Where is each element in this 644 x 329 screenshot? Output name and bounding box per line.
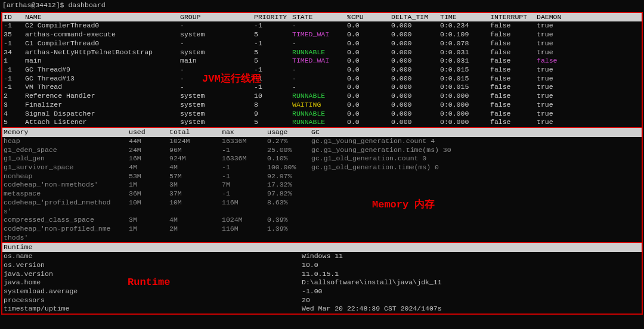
thread-row: 35arthas-command-executesystem5TIMED_WAI… — [2, 30, 642, 39]
col-priority: PRIORITY — [254, 13, 292, 22]
mcol-max: max — [222, 128, 267, 137]
runtime-row: os.nameWindows 11 — [2, 252, 642, 261]
mcol-usage: usage — [267, 128, 311, 137]
thread-row: 2Reference Handlersystem10RUNNABLE0.00.0… — [2, 92, 642, 101]
col-interrupt: INTERRUPT — [490, 13, 537, 22]
thread-row: 4Signal Dispatchersystem9RUNNABLE0.00.00… — [2, 110, 642, 119]
thread-row: 5Attach Listenersystem5RUNNABLE0.00.0000… — [2, 118, 642, 127]
runtime-row: java.version11.0.15.1 — [2, 270, 642, 279]
thread-row: -1GC Thread#13--1-0.00.0000:0.015falsetr… — [2, 75, 642, 83]
memory-row: s' — [2, 207, 642, 216]
threads-header-row: ID NAME GROUP PRIORITY STATE %CPU DELTA_… — [2, 13, 642, 22]
memory-row: compressed_class_space3M4M1024M0.39% — [2, 216, 642, 225]
thread-row: -1C2 CompilerThread0--1-0.00.0000:0.234f… — [2, 21, 642, 30]
mcol-used: used — [129, 128, 169, 137]
thread-row: -1VM Thread--1-0.00.0000:0.015falsetrue — [2, 83, 642, 92]
memory-row: nonheap53M57M-192.97% — [2, 172, 642, 181]
command-line[interactable]: [arthas@34412]$ dashboard — [0, 0, 644, 11]
col-time: TIME — [440, 13, 490, 22]
thread-row: -1GC Thread#9--1-0.00.0000:0.015falsetru… — [2, 66, 642, 75]
runtime-row: processors20 — [2, 296, 642, 305]
memory-row: heap44M1024M16336M0.27%gc.g1_young_gener… — [2, 137, 642, 146]
thread-row: 34arthas-NettyHttpTelnetBootstrapsystem5… — [2, 48, 642, 57]
memory-row: g1_old_gen16M924M16336M0.10%gc.g1_old_ge… — [2, 154, 642, 163]
col-delta: DELTA_TIM — [391, 13, 440, 22]
memory-row: g1_survivor_space4M4M-1100.00%gc.g1_old_… — [2, 163, 642, 172]
col-cpu: %CPU — [347, 13, 391, 22]
col-name: NAME — [25, 13, 180, 22]
runtime-panel: Runtime os.nameWindows 11os.version10.0j… — [1, 242, 643, 315]
mcol-name: Memory — [4, 128, 129, 137]
memory-row: codeheap_'non-profiled_nme1M2M116M1.39% — [2, 225, 642, 234]
col-group: GROUP — [180, 13, 254, 22]
memory-row: thods' — [2, 234, 642, 243]
col-state: STATE — [292, 13, 347, 22]
runtime-row: timestamp/uptimeWed Mar 20 22:48:39 CST … — [2, 305, 642, 314]
runtime-row: java.homeD:\allsoftware\install\java\jdk… — [2, 278, 642, 287]
memory-header-row: Memory used total max usage GC — [2, 128, 642, 137]
col-daemon: DAEMON — [537, 13, 572, 22]
memory-row: metaspace36M37M-197.82% — [2, 190, 642, 198]
runtime-row: os.version10.0 — [2, 261, 642, 270]
thread-row: 3Finalizersystem8WAITING0.00.0000:0.000f… — [2, 101, 642, 110]
mcol-total: total — [169, 128, 222, 137]
col-id: ID — [4, 13, 25, 22]
memory-panel: Memory used total max usage GC heap44M10… — [1, 127, 643, 242]
thread-row: -1C1 CompilerThread0--1-0.00.0000:0.078f… — [2, 39, 642, 48]
thread-row: 1mainmain5TIMED_WAI0.00.0000:0.031falsef… — [2, 57, 642, 66]
runtime-header: Runtime — [2, 243, 642, 252]
memory-row: codeheap_'non-nmethods'1M3M7M17.32% — [2, 181, 642, 190]
runtime-row: systemload.average-1.00 — [2, 287, 642, 296]
memory-row: codeheap_'profiled_nmethod10M10M116M8.63… — [2, 198, 642, 207]
memory-row: g1_eden_space24M96M-125.00%gc.g1_young_g… — [2, 146, 642, 155]
mcol-gc: GC — [311, 128, 640, 137]
threads-panel: ID NAME GROUP PRIORITY STATE %CPU DELTA_… — [1, 12, 643, 128]
